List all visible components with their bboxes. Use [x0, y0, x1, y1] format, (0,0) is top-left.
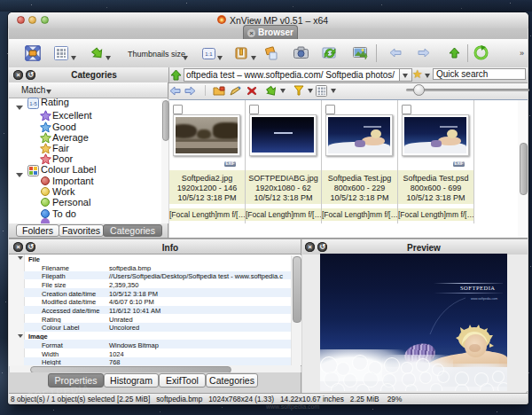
- svg-text:1-5: 1-5: [29, 101, 37, 106]
- svg-text:1:1: 1:1: [205, 51, 213, 57]
